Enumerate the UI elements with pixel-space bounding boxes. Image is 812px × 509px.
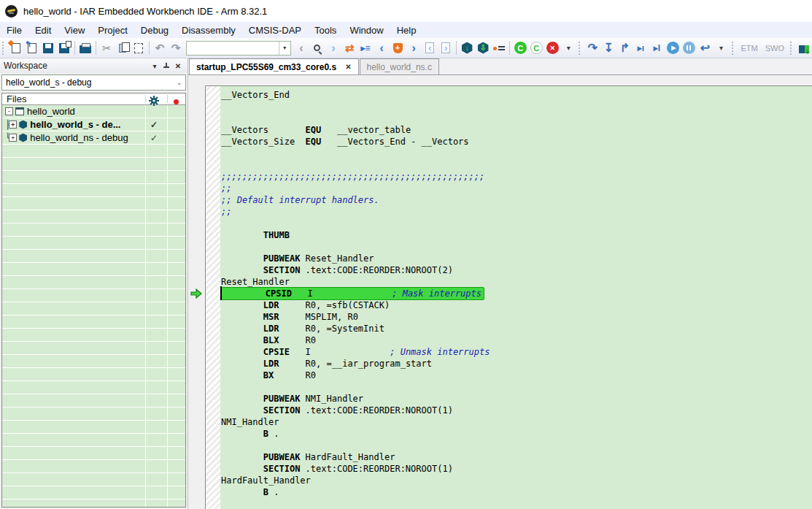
- menu-project[interactable]: Project: [91, 23, 134, 37]
- pin-icon[interactable]: [161, 61, 172, 71]
- reset-debug-button[interactable]: ↩: [697, 39, 713, 57]
- expand-icon[interactable]: +: [9, 120, 17, 129]
- menu-help[interactable]: Help: [390, 23, 423, 37]
- toolbar-grip[interactable]: [579, 42, 581, 55]
- code-line[interactable]: MSR MSPLIM, R0: [221, 311, 812, 323]
- toolbar-grip[interactable]: [790, 42, 793, 55]
- menu-tools[interactable]: Tools: [308, 23, 343, 37]
- swo-button[interactable]: SWO: [762, 42, 788, 55]
- tab-hello-world-ns-c[interactable]: hello_world_ns.c: [360, 58, 439, 74]
- restart-button[interactable]: C: [528, 39, 544, 57]
- code-line[interactable]: ;; Default interrupt handlers.: [221, 194, 812, 206]
- next-bookmark-button[interactable]: ›: [406, 39, 422, 57]
- goto-list-button[interactable]: ▸≡: [357, 39, 374, 57]
- toolbar-grip[interactable]: [732, 42, 735, 55]
- code-line[interactable]: ;;: [221, 183, 812, 194]
- power-setting-button[interactable]: [796, 39, 812, 57]
- code-line[interactable]: [221, 218, 812, 229]
- code-line[interactable]: SECTION .text:CODE:REORDER:NOROOT(1): [221, 405, 812, 416]
- menu-cmsis-dap[interactable]: CMSIS-DAP: [242, 23, 308, 37]
- run-to-cursor-button[interactable]: ▸I: [649, 39, 665, 57]
- print-button[interactable]: [77, 39, 93, 57]
- code-line[interactable]: Reset_Handler: [221, 276, 812, 288]
- debug-overflow-button[interactable]: ▾: [713, 39, 729, 57]
- previous-file-button[interactable]: ‹: [422, 39, 438, 57]
- tree-item-hello-world-s-de[interactable]: ├+hello_world_s - de...✓: [2, 118, 185, 131]
- code-line[interactable]: [221, 112, 812, 124]
- workspace-menu-icon[interactable]: ▾: [149, 61, 161, 71]
- stop-button[interactable]: ✕: [544, 39, 560, 57]
- reset-button[interactable]: C: [512, 39, 528, 57]
- step-out-button[interactable]: ↱: [616, 39, 633, 57]
- open-file-button[interactable]: [24, 39, 40, 57]
- code-editor[interactable]: __Vectors_End__Vectors EQU __vector_tabl…: [220, 86, 812, 509]
- code-line[interactable]: HardFault_Handler: [221, 475, 812, 486]
- code-line[interactable]: __Vectors_Size EQU __Vectors_End - __Vec…: [221, 136, 812, 148]
- workspace-panel-header[interactable]: Workspace ▾ ✕: [0, 58, 187, 73]
- code-line[interactable]: PUBWEAK Reset_Handler: [221, 253, 812, 264]
- collapse-icon[interactable]: -: [5, 107, 13, 115]
- save-all-button[interactable]: [56, 39, 72, 57]
- menu-window[interactable]: Window: [343, 23, 390, 37]
- toolbar-overflow-button[interactable]: ▾: [560, 39, 576, 57]
- menu-debug[interactable]: Debug: [134, 23, 175, 37]
- code-line[interactable]: BX R0: [221, 370, 812, 381]
- quick-search-combobox[interactable]: ▾: [186, 41, 291, 56]
- code-line[interactable]: CPSID I ; Mask interrupts: [221, 288, 812, 299]
- menu-edit[interactable]: Edit: [28, 23, 58, 37]
- code-line[interactable]: __Vectors_End: [221, 89, 812, 101]
- menu-view[interactable]: View: [58, 23, 91, 37]
- undo-button[interactable]: ↶: [152, 39, 168, 57]
- cut-button[interactable]: ✂: [98, 39, 115, 57]
- code-line[interactable]: [221, 101, 812, 112]
- step-over-button[interactable]: ↷: [584, 39, 600, 57]
- chevron-down-icon[interactable]: ▾: [279, 42, 290, 55]
- breakpoint-gutter[interactable]: [206, 86, 220, 509]
- code-line[interactable]: [221, 148, 812, 159]
- files-tree-header[interactable]: Files: [2, 93, 185, 105]
- code-line[interactable]: B .: [221, 486, 812, 498]
- find-previous-button[interactable]: ‹: [293, 39, 309, 57]
- expand-icon[interactable]: +: [9, 134, 17, 142]
- code-line[interactable]: LDR R0, =__iar_program_start: [221, 358, 812, 370]
- step-into-button[interactable]: ↧: [600, 39, 616, 57]
- code-line[interactable]: B .: [221, 428, 812, 440]
- code-line[interactable]: ;;: [221, 206, 812, 218]
- break-button[interactable]: [681, 39, 697, 57]
- breakpoint-column-icon[interactable]: [174, 99, 179, 104]
- save-button[interactable]: [40, 39, 56, 57]
- code-line[interactable]: PUBWEAK HardFault_Handler: [221, 451, 812, 463]
- next-file-button[interactable]: ›: [438, 39, 454, 57]
- code-line[interactable]: [221, 381, 812, 393]
- code-line[interactable]: SECTION .text:CODE:REORDER:NOROOT(2): [221, 264, 812, 276]
- code-line[interactable]: [221, 440, 812, 451]
- redo-button[interactable]: ↷: [168, 39, 184, 57]
- find-next-button[interactable]: ›: [325, 39, 341, 57]
- menu-file[interactable]: File: [0, 23, 28, 37]
- code-line[interactable]: [221, 241, 812, 253]
- toolbar-grip[interactable]: [2, 42, 5, 55]
- find-button[interactable]: [309, 39, 325, 57]
- debug-without-downloading-button[interactable]: ⇩: [475, 39, 491, 57]
- paste-button[interactable]: [131, 39, 147, 57]
- code-line[interactable]: PUBWEAK NMI_Handler: [221, 393, 812, 405]
- go-button[interactable]: ▶: [665, 39, 681, 57]
- copy-button[interactable]: [115, 39, 131, 57]
- close-icon[interactable]: ✕: [172, 61, 184, 71]
- tree-item-hello-world[interactable]: -hello_world: [2, 105, 185, 118]
- code-line[interactable]: SECTION .text:CODE:REORDER:NOROOT(1): [221, 463, 812, 475]
- menu-disassembly[interactable]: Disassembly: [175, 23, 242, 37]
- code-line[interactable]: CPSIE I ; Unmask interrupts: [221, 346, 812, 358]
- next-statement-button[interactable]: ▸ı: [633, 39, 649, 57]
- code-line[interactable]: LDR R0, =sfb(CSTACK): [221, 299, 812, 311]
- code-line[interactable]: __Vectors EQU __vector_table: [221, 124, 812, 136]
- tab-startup-lpc55s69-cm33-core0-s[interactable]: startup_LPC55S69_cm33_core0.s✕: [189, 58, 359, 74]
- code-line[interactable]: [221, 159, 812, 171]
- code-line[interactable]: THUMB: [221, 229, 812, 241]
- code-line[interactable]: BLX R0: [221, 334, 812, 346]
- etm-button[interactable]: ETM: [737, 42, 761, 55]
- toggle-bookmark-button[interactable]: +: [390, 39, 406, 57]
- code-line[interactable]: LDR R0, =SystemInit: [221, 323, 812, 334]
- previous-bookmark-button[interactable]: ‹: [374, 39, 390, 57]
- download-and-debug-button[interactable]: ↓: [459, 39, 475, 57]
